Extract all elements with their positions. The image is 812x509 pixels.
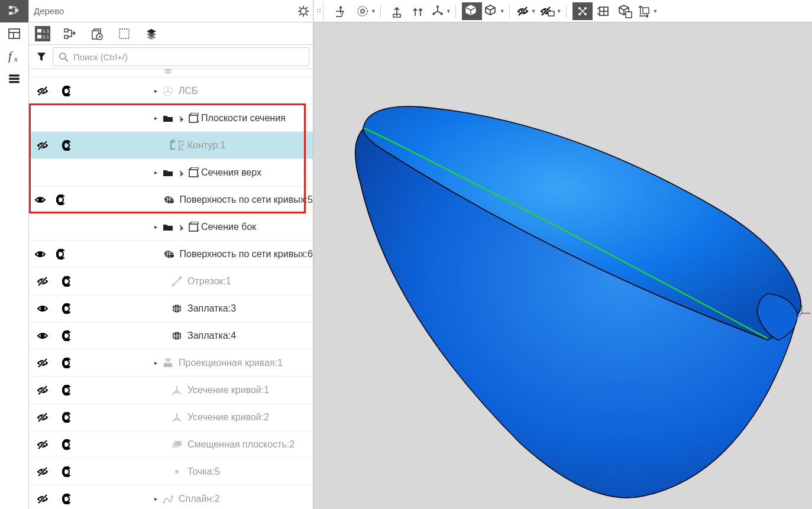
tree-item-11[interactable]: ▸Проекционная кривая:1	[29, 349, 313, 377]
svg-text:1.11: 1.11	[43, 28, 49, 34]
tree-item-16[interactable]: ▸Сплайн:2	[29, 485, 313, 509]
tree-tb-2[interactable]	[62, 26, 77, 41]
tree-panel: Дерево 1.112.12 ▸ЛСБ▸Плоскости сеченияКо…	[29, 0, 313, 509]
include-toggle[interactable]	[56, 85, 80, 97]
tree-tb-5[interactable]	[144, 26, 159, 41]
tree-view-button[interactable]	[0, 0, 28, 22]
tree-item-13[interactable]: Усечение кривой:2	[29, 404, 313, 431]
tree-scroll[interactable]: ▸ЛСБ▸Плоскости сеченияКонтур:1▸Сечения в…	[29, 69, 313, 509]
expand-toggle[interactable]: ▸	[151, 359, 160, 366]
include-toggle[interactable]	[56, 275, 80, 287]
tree-item-2[interactable]: ▸Плоскости сечения	[29, 105, 313, 132]
tree-item-label: Проекционная кривая:1	[179, 358, 283, 368]
tree-item-10[interactable]: Заплатка:4	[29, 322, 313, 349]
visibility-toggle[interactable]	[29, 248, 51, 260]
search-box[interactable]	[53, 47, 309, 66]
tree-item-label: Усечение кривой:1	[187, 385, 269, 395]
visibility-toggle[interactable]	[29, 140, 56, 151]
visibility-toggle[interactable]	[29, 411, 56, 423]
search-icon	[58, 51, 69, 62]
tree-tb-1[interactable]: 1.112.12	[35, 26, 50, 41]
tree-settings-button[interactable]	[297, 5, 309, 17]
visibility-toggle[interactable]	[29, 330, 56, 342]
tree-item-label: Поверхность по сети кривых:6	[180, 249, 313, 260]
tree-item-label: Заплатка:3	[187, 303, 236, 314]
layers-icon	[161, 69, 175, 77]
tree-tb-3[interactable]	[89, 26, 105, 41]
tree-item-label: Отрезок:1	[187, 276, 231, 287]
expand-toggle[interactable]: ▸	[151, 87, 160, 94]
include-toggle[interactable]	[56, 384, 80, 396]
svg-rect-51	[9, 81, 20, 83]
tree-item-6[interactable]: ▸Сечение бок	[29, 213, 313, 241]
visibility-toggle[interactable]	[29, 384, 56, 396]
search-input[interactable]	[72, 51, 304, 63]
include-toggle[interactable]	[51, 194, 73, 206]
lcs-icon	[161, 85, 175, 97]
tree-title: Дерево	[34, 6, 64, 16]
visibility-toggle[interactable]	[29, 493, 56, 505]
tree-item-12[interactable]: Усечение кривой:1	[29, 377, 313, 404]
tree-item-8[interactable]: Отрезок:1	[29, 268, 313, 295]
svg-rect-53	[37, 35, 41, 38]
include-toggle[interactable]	[51, 248, 73, 260]
visibility-toggle[interactable]	[29, 85, 56, 97]
fx-button[interactable]: fx	[0, 45, 28, 67]
tree-search-row	[29, 45, 313, 69]
folder-icon	[161, 221, 175, 233]
include-toggle[interactable]	[56, 303, 80, 315]
tree-tb-4[interactable]	[117, 26, 132, 41]
expand-toggle[interactable]: ▸	[151, 223, 160, 230]
tree-item-label: Точка:5	[187, 466, 220, 477]
left-sidebar: fx	[0, 0, 29, 509]
tree-item-label: Контур:1	[187, 140, 226, 151]
visibility-toggle[interactable]	[29, 439, 56, 450]
expand-toggle[interactable]: ▸	[151, 115, 160, 121]
tree-item-5[interactable]: Поверхность по сети кривых:5	[29, 186, 313, 213]
segment-icon	[170, 275, 184, 287]
tree-item-label: Смещенная плоскость:2	[187, 439, 295, 450]
model-canvas[interactable]	[313, 0, 812, 509]
tree-header: Дерево	[29, 0, 313, 22]
visibility-toggle[interactable]	[29, 194, 51, 206]
visibility-toggle[interactable]	[29, 466, 56, 478]
tree-item-0[interactable]	[29, 69, 313, 77]
proj-icon	[161, 357, 175, 369]
folder-icon	[161, 167, 175, 179]
svg-rect-49	[9, 74, 20, 77]
svg-text:f: f	[8, 50, 13, 63]
folder-icon	[161, 112, 175, 124]
trim-icon	[170, 411, 184, 423]
viewport-3d[interactable]: ▼ ▼ ▼ ▼ ▼ ▼	[313, 0, 812, 509]
surf-icon	[162, 248, 176, 260]
include-toggle[interactable]	[56, 330, 80, 342]
tree-item-14[interactable]: Смещенная плоскость:2	[29, 431, 313, 458]
include-toggle[interactable]	[56, 439, 80, 450]
expand-toggle[interactable]: ▸	[151, 495, 160, 502]
svg-rect-57	[64, 35, 68, 38]
include-toggle[interactable]	[56, 140, 80, 151]
tree-item-4[interactable]: ▸Сечения верх	[29, 159, 313, 186]
visibility-toggle[interactable]	[29, 357, 56, 369]
svg-rect-52	[37, 29, 41, 33]
include-toggle[interactable]	[56, 357, 80, 369]
expand-toggle[interactable]: ▸	[151, 169, 160, 176]
tree-item-7[interactable]: Поверхность по сети кривых:6	[29, 241, 313, 268]
spline-icon	[161, 493, 175, 505]
include-toggle[interactable]	[56, 466, 80, 478]
tree-item-15[interactable]: Точка:5	[29, 458, 313, 485]
filter-button[interactable]	[33, 48, 50, 66]
include-toggle[interactable]	[56, 493, 80, 505]
stack-button[interactable]	[0, 67, 28, 90]
tree-item-label: Сечение бок	[201, 222, 256, 232]
patch-icon	[170, 303, 184, 315]
visibility-toggle[interactable]	[29, 275, 56, 287]
include-toggle[interactable]	[56, 411, 80, 423]
panel-button[interactable]	[0, 22, 28, 45]
visibility-toggle[interactable]	[29, 303, 56, 315]
tree-item-3[interactable]: Контур:1	[29, 132, 313, 159]
tree-item-1[interactable]: ▸ЛСБ	[29, 77, 313, 105]
surf-icon	[162, 194, 176, 206]
tree-item-label: Поверхность по сети кривых:5	[180, 194, 313, 205]
tree-item-9[interactable]: Заплатка:3	[29, 295, 313, 322]
